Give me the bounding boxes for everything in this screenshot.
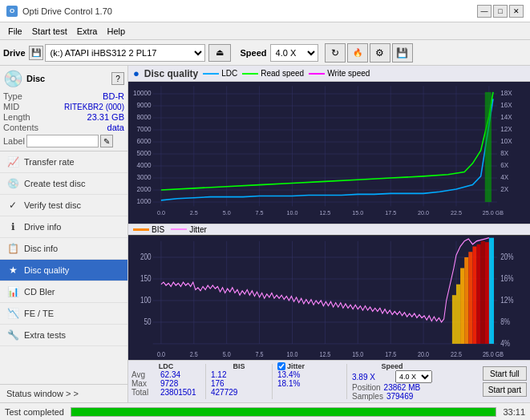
menu-start-test[interactable]: Start test — [27, 26, 72, 37]
save-button[interactable]: 💾 — [392, 43, 413, 63]
svg-text:0.0: 0.0 — [157, 349, 165, 358]
drive-label: Drive — [3, 48, 26, 58]
svg-text:16X: 16X — [500, 101, 512, 109]
menu-extra[interactable]: Extra — [72, 26, 103, 37]
max-label-ldc: Max — [131, 379, 157, 388]
transfer-rate-icon: 📈 — [6, 155, 19, 168]
jitter-checkbox[interactable] — [277, 362, 285, 370]
svg-rect-99 — [489, 238, 494, 344]
speed-label: Speed — [241, 48, 267, 58]
svg-text:17.5: 17.5 — [385, 349, 396, 358]
bis-stats: BIS 1.12 176 427729 — [211, 362, 267, 401]
menu-help[interactable]: Help — [102, 26, 130, 37]
jitter-header-row: Jitter — [277, 362, 342, 370]
svg-text:18X: 18X — [500, 89, 512, 97]
jitter-color — [171, 228, 187, 230]
sidebar-item-verify-test-disc[interactable]: ✓ Verify test disc — [0, 195, 127, 216]
sidebar-item-extra-tests[interactable]: 🔧 Extra tests — [0, 325, 127, 346]
action-buttons: Start full Start part — [483, 362, 527, 401]
svg-text:14X: 14X — [500, 113, 512, 121]
chart-title-bar: ● Disc quality LDC Read speed Write spee… — [128, 66, 530, 82]
jitter-avg-value: 13.4% — [277, 370, 318, 379]
svg-text:8X: 8X — [500, 149, 508, 157]
sidebar-item-fe-te[interactable]: 📉 FE / TE — [0, 303, 127, 325]
menu-file[interactable]: File — [3, 26, 27, 37]
svg-text:12.5: 12.5 — [319, 349, 330, 358]
svg-text:22.5: 22.5 — [451, 349, 462, 358]
svg-rect-92 — [460, 268, 464, 343]
maximize-button[interactable]: □ — [493, 5, 508, 18]
settings-button[interactable]: ⚙ — [370, 43, 390, 63]
svg-text:50: 50 — [144, 316, 152, 325]
bottom-chart-svg: 200 150 100 50 20% 16% 12% 8% 4% — [128, 236, 530, 360]
ldc-max-value: 9728 — [160, 379, 200, 388]
sidebar: 💿 Disc ? Type BD-R MID RITEKBR2 (000) — [0, 66, 128, 402]
svg-text:2.5: 2.5 — [190, 209, 198, 216]
legend-bis: BIS — [133, 225, 164, 234]
svg-text:25.0 GB: 25.0 GB — [483, 349, 504, 358]
svg-text:8000: 8000 — [136, 113, 151, 121]
status-text: Test completed — [5, 407, 64, 417]
position-value: 23862 MB — [384, 383, 424, 392]
fe-te-icon: 📉 — [6, 307, 19, 320]
svg-text:4%: 4% — [500, 337, 510, 347]
svg-text:15.0: 15.0 — [352, 349, 363, 358]
speed-stats-select[interactable]: 4.0 X — [395, 370, 432, 383]
legend-ldc: LDC — [203, 69, 237, 78]
jitter-legend-label: Jitter — [189, 225, 207, 234]
sidebar-item-transfer-rate[interactable]: 📈 Transfer rate — [0, 151, 127, 173]
ldc-total-value: 23801501 — [160, 388, 200, 397]
jitter-stats-header: Jitter — [287, 362, 305, 370]
disc-info-button[interactable]: ? — [111, 72, 124, 85]
status-window-button[interactable]: Status window > > — [0, 384, 127, 402]
sidebar-item-drive-info[interactable]: ℹ Drive info — [0, 216, 127, 238]
label-input[interactable] — [26, 135, 99, 147]
top-chart-svg: 10000 9000 8000 7000 6000 5000 4000 3000… — [128, 82, 530, 224]
legend-read-speed: Read speed — [242, 69, 304, 78]
sidebar-item-disc-quality[interactable]: ★ Disc quality — [0, 260, 127, 281]
speed-select[interactable]: 4.0 X — [270, 44, 318, 62]
minimize-button[interactable]: — — [477, 5, 492, 18]
chart-icon: ● — [133, 67, 140, 79]
svg-text:100: 100 — [140, 294, 152, 304]
svg-text:6X: 6X — [500, 161, 508, 169]
eject-button[interactable]: ⏏ — [208, 44, 231, 62]
drivebar: Drive 💾 (k:) ATAPI iHBS312 2 PL17 ⏏ Spee… — [0, 40, 530, 66]
close-button[interactable]: ✕ — [509, 5, 524, 18]
start-part-button[interactable]: Start part — [483, 382, 527, 397]
app-title: Opti Drive Control 1.70 — [22, 6, 112, 16]
drive-select[interactable]: (k:) ATAPI iHBS312 2 PL17 — [45, 44, 205, 62]
jitter-stats: Jitter 13.4% 18.1% — [277, 362, 342, 401]
chart-title: Disc quality — [144, 68, 198, 79]
label-edit-button[interactable]: ✎ — [100, 135, 113, 147]
svg-text:10.0: 10.0 — [287, 209, 298, 216]
svg-text:15.0: 15.0 — [352, 209, 363, 216]
start-full-button[interactable]: Start full — [483, 366, 527, 381]
svg-rect-90 — [452, 295, 456, 344]
svg-text:6000: 6000 — [136, 137, 151, 145]
refresh-button[interactable]: ↻ — [325, 43, 346, 63]
verify-test-disc-label: Verify test disc — [24, 200, 81, 210]
svg-text:20.0: 20.0 — [418, 349, 429, 358]
statusbar: Test completed 33:11 — [0, 402, 530, 420]
ldc-color — [203, 73, 219, 75]
stats-bar: LDC Avg 62.34 Max 9728 Total 23801501 — [128, 360, 530, 402]
label-label: Label — [3, 136, 25, 146]
svg-text:5.0: 5.0 — [223, 209, 231, 216]
window-controls[interactable]: — □ ✕ — [477, 5, 524, 18]
menubar: File Start test Extra Help — [0, 22, 530, 40]
svg-text:12.5: 12.5 — [319, 209, 330, 216]
total-label-ldc: Total — [131, 388, 157, 397]
bottom-legend: BIS Jitter — [128, 224, 530, 235]
svg-text:4000: 4000 — [136, 161, 151, 169]
svg-rect-97 — [481, 241, 485, 344]
burn-button[interactable]: 🔥 — [347, 43, 368, 63]
sidebar-item-cd-bler[interactable]: 📊 CD Bler — [0, 281, 127, 303]
progress-bar-fill — [71, 408, 496, 416]
speed-stats: Speed 3.89 X 4.0 X Position 23862 MB Sam… — [352, 362, 432, 401]
sidebar-item-disc-info[interactable]: 📋 Disc info — [0, 238, 127, 260]
ldc-stats: LDC Avg 62.34 Max 9728 Total 23801501 — [131, 362, 200, 401]
ldc-stats-header: LDC — [131, 362, 200, 370]
sidebar-item-create-test-disc[interactable]: 💿 Create test disc — [0, 173, 127, 195]
samples-value: 379469 — [386, 392, 427, 401]
